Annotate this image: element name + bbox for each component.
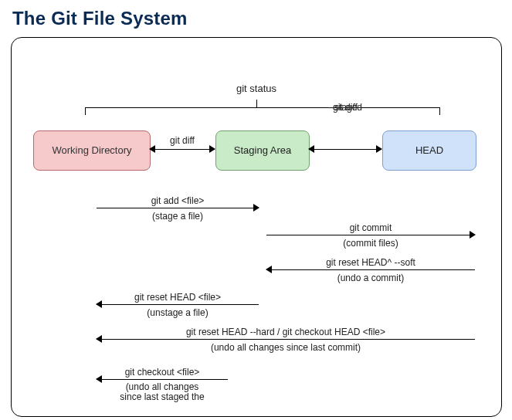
arrow-resetsoft: git reset HEAD^ --soft(undo a commit): [266, 269, 475, 270]
arrow-sub: (stage a file): [97, 211, 259, 222]
arrow-add: git add <file>(stage a file): [97, 208, 259, 208]
arrow-cmd: git reset HEAD^ --soft: [266, 257, 475, 268]
git-status-label: git status: [12, 83, 501, 94]
diagram-frame: git status Working Directory Staging Are…: [11, 37, 502, 417]
arrow-cmd: git commit: [266, 222, 475, 233]
arrow-sub: (commit files): [266, 238, 475, 249]
arrow-sub: (undo all changes since last commit): [97, 342, 475, 353]
bracket-line: [85, 107, 440, 108]
box-head: HEAD: [382, 130, 476, 171]
arrow-resethard: git reset HEAD --hard / git checkout HEA…: [97, 339, 475, 340]
arrow-commit: git commit(commit files): [266, 235, 475, 235]
diff-label: git diff: [150, 135, 215, 146]
page: The Git File System git status Working D…: [0, 0, 512, 420]
arrow-sub: (unstage a file): [97, 307, 259, 318]
arrow-sub: (undo all changes since last staged the: [97, 382, 228, 402]
arrow-cmd: git reset HEAD --hard / git checkout HEA…: [97, 327, 475, 337]
box-working-directory: Working Directory: [33, 130, 151, 171]
arrow-sub: (undo a commit): [266, 273, 475, 283]
diff-staged-label: git diff--staged: [309, 126, 381, 136]
box-staging-area: Staging Area: [215, 130, 310, 171]
arrow-unstage: git reset HEAD <file>(unstage a file): [97, 304, 259, 305]
page-title: The Git File System: [0, 0, 512, 29]
arrow-cmd: git checkout <file>: [97, 367, 228, 378]
bracket-tick: [256, 100, 257, 107]
arrow-cmd: git reset HEAD <file>: [97, 292, 259, 303]
arrow-checkout: git checkout <file>(undo all changes sin…: [97, 379, 228, 380]
arrow-cmd: git add <file>: [97, 195, 259, 206]
arrow-diff-working-staging: git diff: [150, 149, 215, 150]
arrow-diff-staging-head: git diff--staged: [309, 149, 381, 150]
